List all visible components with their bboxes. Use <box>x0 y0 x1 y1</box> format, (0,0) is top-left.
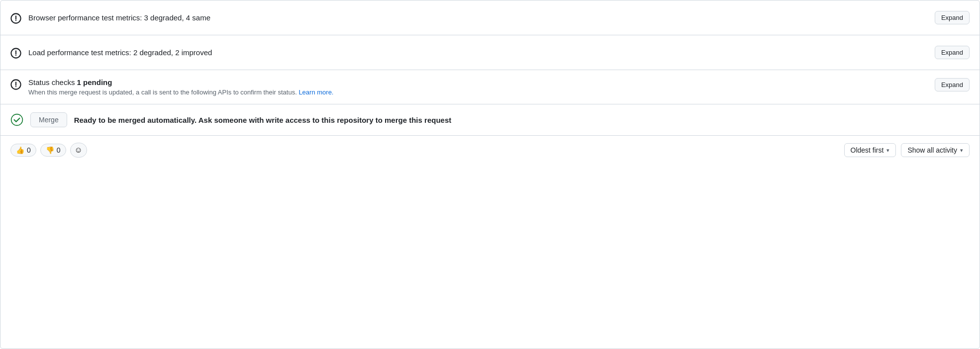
browser-perf-row: Browser performance test metrics: 3 degr… <box>0 0 980 35</box>
load-perf-left: Load performance test metrics: 2 degrade… <box>10 47 935 59</box>
footer-left: 👍 0 👎 0 ☺ <box>10 143 87 158</box>
thumbs-up-emoji: 👍 <box>16 146 24 154</box>
warning-icon-3 <box>10 79 21 90</box>
merge-row: Merge Ready to be merged automatically. … <box>0 104 980 136</box>
warning-icon <box>10 13 21 24</box>
browser-perf-left: Browser performance test metrics: 3 degr… <box>10 12 935 24</box>
status-checks-main-text: Status checks 1 pending <box>28 78 333 87</box>
browser-perf-expand-button[interactable]: Expand <box>935 11 970 24</box>
oldest-first-chevron-icon: ▾ <box>886 147 889 154</box>
svg-point-8 <box>15 86 16 87</box>
oldest-first-dropdown[interactable]: Oldest first ▾ <box>844 143 896 157</box>
svg-point-9 <box>11 114 23 126</box>
load-perf-text: Load performance test metrics: 2 degrade… <box>28 48 212 57</box>
merge-button[interactable]: Merge <box>30 112 67 127</box>
load-perf-expand-button[interactable]: Expand <box>935 46 970 59</box>
thumbs-down-count: 0 <box>57 146 61 154</box>
footer-right: Oldest first ▾ Show all activity ▾ <box>844 143 970 157</box>
status-checks-bold: 1 pending <box>77 78 112 87</box>
emoji-smiley-icon: ☺ <box>74 146 82 155</box>
svg-point-2 <box>15 20 16 21</box>
thumbs-down-button[interactable]: 👎 0 <box>40 144 66 157</box>
main-container: Browser performance test metrics: 3 degr… <box>0 0 980 349</box>
footer-row: 👍 0 👎 0 ☺ Oldest first ▾ Show all activi… <box>0 136 980 165</box>
thumbs-up-count: 0 <box>27 146 31 154</box>
status-checks-left: Status checks 1 pending When this merge … <box>10 78 935 96</box>
thumbs-down-emoji: 👎 <box>46 146 54 154</box>
load-perf-row: Load performance test metrics: 2 degrade… <box>0 35 980 70</box>
status-checks-prefix: Status checks <box>28 78 77 87</box>
browser-perf-text: Browser performance test metrics: 3 degr… <box>28 13 210 22</box>
add-emoji-button[interactable]: ☺ <box>70 143 87 158</box>
oldest-first-label: Oldest first <box>851 146 884 154</box>
show-activity-label: Show all activity <box>907 146 957 154</box>
show-activity-chevron-icon: ▾ <box>960 147 963 154</box>
status-checks-sub-text-content: When this merge request is updated, a ca… <box>28 88 298 96</box>
warning-icon-2 <box>10 48 21 59</box>
green-check-icon <box>10 113 23 126</box>
status-checks-learn-more-link[interactable]: Learn more. <box>298 88 333 96</box>
status-checks-text-block: Status checks 1 pending When this merge … <box>28 78 333 96</box>
svg-point-5 <box>15 55 16 56</box>
merge-text: Ready to be merged automatically. Ask so… <box>74 116 452 124</box>
status-checks-row: Status checks 1 pending When this merge … <box>0 70 980 104</box>
show-activity-dropdown[interactable]: Show all activity ▾ <box>901 143 970 157</box>
thumbs-up-button[interactable]: 👍 0 <box>10 144 36 157</box>
status-checks-expand-button[interactable]: Expand <box>935 78 970 91</box>
status-checks-sub-text: When this merge request is updated, a ca… <box>28 88 333 96</box>
